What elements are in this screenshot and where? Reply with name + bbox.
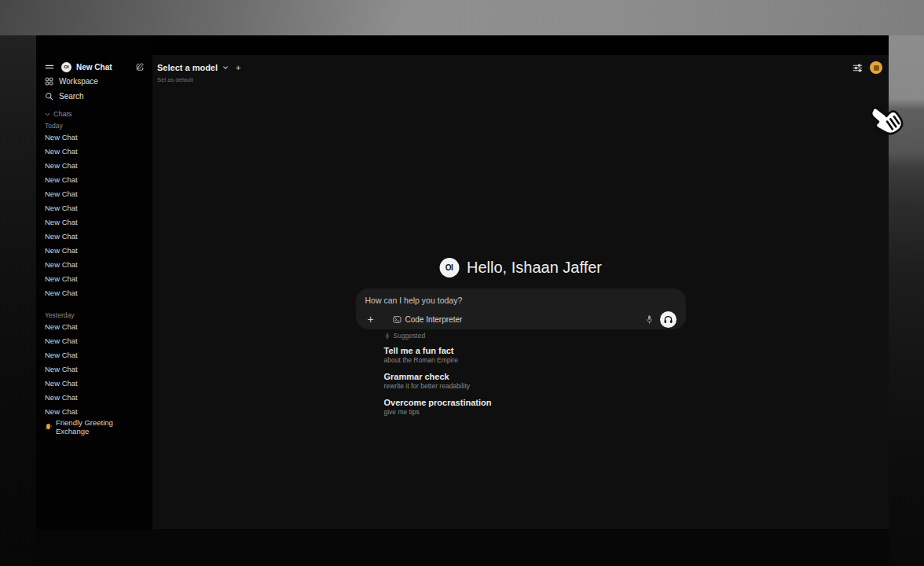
chat-list-item[interactable]: New Chat bbox=[45, 405, 145, 419]
user-avatar[interactable] bbox=[870, 61, 882, 74]
attach-plus-button[interactable]: + bbox=[365, 314, 376, 325]
search-label: Search bbox=[59, 92, 84, 101]
wallpaper-right bbox=[889, 35, 924, 566]
main-area: Select a model + Set as default bbox=[152, 35, 889, 529]
chat-list-item-named[interactable]: Friendly Greeting Exchange bbox=[45, 420, 145, 434]
sidebar-header: OI New Chat bbox=[45, 60, 145, 74]
set-as-default-link[interactable]: Set as default bbox=[157, 76, 240, 83]
suggested-label: Suggested bbox=[394, 332, 426, 340]
chat-list-item[interactable]: New Chat bbox=[45, 201, 145, 215]
header-right bbox=[852, 61, 882, 74]
chat-list-item[interactable]: New Chat bbox=[45, 187, 145, 201]
model-chevron-down-icon[interactable] bbox=[222, 64, 229, 71]
sidebar-item-search[interactable]: Search bbox=[45, 89, 145, 104]
suggested-header: Suggested bbox=[384, 331, 686, 340]
chat-list-item[interactable]: New Chat bbox=[45, 173, 145, 187]
chat-list-item[interactable]: New Chat bbox=[45, 334, 145, 348]
chat-list-item[interactable]: New Chat bbox=[45, 348, 145, 362]
sidebar-title: New Chat bbox=[76, 63, 112, 72]
app-window: OI New Chat Workspace Search bbox=[36, 35, 889, 529]
code-interpreter-label: Code Interpreter bbox=[405, 315, 463, 324]
sidebar: OI New Chat Workspace Search bbox=[36, 35, 152, 529]
chats-section-toggle[interactable]: Chats bbox=[45, 108, 145, 119]
avatar-image bbox=[874, 65, 879, 71]
terminal-icon bbox=[393, 315, 402, 324]
workspace-label: Workspace bbox=[59, 77, 98, 86]
chat-list-item[interactable]: New Chat bbox=[45, 272, 145, 286]
greeting-text: Hello, Ishaan Jaffer bbox=[467, 259, 602, 277]
chat-list-item[interactable]: New Chat bbox=[45, 159, 145, 173]
voice-call-button[interactable] bbox=[660, 311, 676, 328]
chats-section-label: Chats bbox=[53, 110, 72, 118]
desktop-background: OI New Chat Workspace Search bbox=[0, 0, 924, 566]
named-chat-label: Friendly Greeting Exchange bbox=[56, 418, 145, 436]
model-selector-block: Select a model + Set as default bbox=[157, 61, 240, 83]
suggested-prompt-subtitle: rewrite it for better readability bbox=[384, 382, 686, 391]
workspace-grid-icon bbox=[45, 77, 53, 86]
chevron-down-icon bbox=[45, 112, 50, 117]
search-icon bbox=[45, 92, 53, 101]
suggested-section: Suggested Tell me a fun fact about the R… bbox=[356, 331, 686, 424]
suggested-prompt[interactable]: Grammar check rewrite it for better read… bbox=[384, 372, 686, 391]
chat-list-item[interactable]: New Chat bbox=[45, 286, 145, 300]
suggested-prompt-title: Overcome procrastination bbox=[384, 398, 686, 408]
chat-list-item[interactable]: New Chat bbox=[45, 258, 145, 272]
app-logo-large: OI bbox=[439, 258, 459, 277]
suggested-prompt-subtitle: about the Roman Empire bbox=[384, 356, 686, 365]
microphone-icon[interactable] bbox=[645, 314, 654, 325]
wave-hand-emoji-icon bbox=[45, 423, 53, 431]
suggested-prompt-subtitle: give me tips bbox=[384, 408, 686, 417]
model-selector[interactable]: Select a model bbox=[157, 63, 218, 72]
wallpaper-bottom bbox=[36, 529, 889, 566]
greeting: OI Hello, Ishaan Jaffer bbox=[439, 258, 602, 277]
new-chat-icon[interactable] bbox=[135, 62, 145, 72]
wallpaper-top bbox=[0, 0, 924, 35]
message-composer[interactable]: How can I help you today? + Code Interpr… bbox=[356, 289, 686, 329]
controls-sliders-icon[interactable] bbox=[852, 63, 863, 73]
chat-list-today: New ChatNew ChatNew ChatNew ChatNew Chat… bbox=[45, 130, 145, 300]
suggested-prompt[interactable]: Tell me a fun fact about the Roman Empir… bbox=[384, 346, 686, 365]
chat-list-item[interactable]: New Chat bbox=[45, 244, 145, 258]
chat-list-item[interactable]: New Chat bbox=[45, 230, 145, 244]
chat-group-label-today: Today bbox=[45, 121, 145, 130]
composer-toolbar: + Code Interpreter bbox=[365, 311, 676, 328]
chat-list-item[interactable]: New Chat bbox=[45, 391, 145, 405]
chat-list-item[interactable]: New Chat bbox=[45, 130, 145, 145]
main-header: Select a model + Set as default bbox=[152, 35, 889, 83]
chat-list-item[interactable]: New Chat bbox=[45, 377, 145, 391]
suggested-prompt[interactable]: Overcome procrastination give me tips bbox=[384, 398, 686, 417]
suggested-list: Tell me a fun fact about the Roman Empir… bbox=[384, 346, 686, 417]
add-model-button[interactable]: + bbox=[236, 63, 240, 72]
bolt-icon bbox=[384, 333, 390, 340]
code-interpreter-toggle[interactable]: Code Interpreter bbox=[393, 315, 463, 324]
chat-group-label-yesterday: Yesterday bbox=[45, 311, 145, 320]
wallpaper-left bbox=[0, 35, 36, 566]
app-logo: OI bbox=[61, 62, 72, 72]
composer-placeholder[interactable]: How can I help you today? bbox=[365, 296, 676, 305]
suggested-prompt-title: Grammar check bbox=[384, 372, 686, 382]
sidebar-toggle-icon[interactable] bbox=[45, 62, 54, 72]
chat-list-item[interactable]: New Chat bbox=[45, 215, 145, 230]
chat-list-yesterday: New ChatNew ChatNew ChatNew ChatNew Chat… bbox=[45, 320, 145, 419]
headphones-icon bbox=[663, 314, 673, 325]
chat-list-item[interactable]: New Chat bbox=[45, 362, 145, 377]
chat-list-item[interactable]: New Chat bbox=[45, 320, 145, 334]
chat-list-item[interactable]: New Chat bbox=[45, 145, 145, 159]
sidebar-item-workspace[interactable]: Workspace bbox=[45, 74, 145, 89]
suggested-prompt-title: Tell me a fun fact bbox=[384, 346, 686, 356]
